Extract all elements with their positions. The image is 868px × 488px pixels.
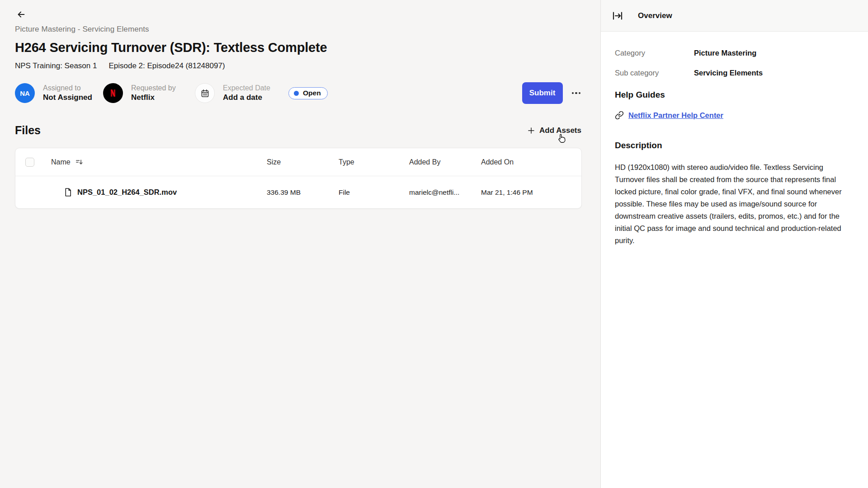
column-header-added-on[interactable]: Added On <box>481 158 581 166</box>
file-name[interactable]: NPS_01_02_H264_SDR.mov <box>77 188 177 197</box>
status-pill[interactable]: Open <box>288 87 328 99</box>
file-type: File <box>339 188 409 197</box>
files-table: Name Size Type Added By Added On <box>15 148 582 209</box>
category-label: Category <box>615 49 694 57</box>
files-table-header: Name Size Type Added By Added On <box>15 148 581 176</box>
column-header-added-by[interactable]: Added By <box>409 158 481 166</box>
description-heading: Description <box>615 141 854 150</box>
sidebar-title: Overview <box>638 11 672 20</box>
calendar-icon <box>195 83 215 103</box>
subtitle-show: NPS Training: Season 1 <box>15 61 97 70</box>
expected-date-label: Expected Date <box>223 84 270 92</box>
help-guides-heading: Help Guides <box>615 90 854 100</box>
file-added-by: marielc@netfli... <box>409 188 481 197</box>
more-options-icon <box>575 92 577 94</box>
sort-descending-icon[interactable] <box>75 158 84 166</box>
category-field: Category Picture Mastering <box>615 49 854 57</box>
plus-icon <box>527 127 535 135</box>
sidebar-header: Overview <box>601 0 868 32</box>
sub-category-value: Servicing Elements <box>694 69 763 77</box>
status-dot <box>294 91 299 96</box>
sub-category-label: Sub category <box>615 69 694 77</box>
netflix-logo-icon <box>103 83 123 103</box>
avatar-initials: NA <box>20 89 30 97</box>
more-options-icon <box>572 92 574 94</box>
file-icon <box>64 188 72 197</box>
file-size: 336.39 MB <box>267 188 339 197</box>
add-assets-button[interactable]: Add Assets <box>526 124 582 137</box>
add-assets-label: Add Assets <box>539 126 581 135</box>
category-value: Picture Mastering <box>694 49 756 57</box>
breadcrumb: Picture Mastering - Servicing Elements <box>15 25 582 34</box>
file-added-on: Mar 21, 1:46 PM <box>481 188 581 197</box>
requested-by-field: Requested by Netflix <box>103 83 195 103</box>
requested-by-label: Requested by <box>131 84 176 92</box>
back-arrow-icon <box>16 9 26 19</box>
subtitle-episode: Episode 2: Episode24 (81248097) <box>108 61 225 70</box>
assigned-to-label: Assigned to <box>43 84 92 92</box>
sub-category-field: Sub category Servicing Elements <box>615 69 854 77</box>
meta-row: NA Assigned to Not Assigned Requested by <box>15 82 582 104</box>
expected-date-value[interactable]: Add a date <box>223 93 270 102</box>
more-options-icon <box>579 92 581 94</box>
avatar: NA <box>15 83 35 103</box>
more-options-button[interactable] <box>570 89 583 98</box>
column-header-size[interactable]: Size <box>267 158 339 166</box>
column-header-name[interactable]: Name <box>51 158 71 166</box>
column-header-type[interactable]: Type <box>339 158 409 166</box>
submit-button[interactable]: Submit <box>522 82 563 104</box>
help-center-link[interactable]: Netflix Partner Help Center <box>628 111 723 120</box>
description-text: HD (868x488) with stereo audio/video f… <box>615 161 853 247</box>
back-button[interactable] <box>15 8 28 21</box>
link-chain-icon <box>615 111 624 120</box>
page-title: H264 Servicing Turnover (SDR): Textless … <box>15 40 582 55</box>
assigned-to-value: Not Assigned <box>43 93 92 102</box>
expected-date-field[interactable]: Expected Date Add a date <box>195 83 288 103</box>
select-all-checkbox[interactable] <box>25 158 34 167</box>
table-row[interactable]: NPS_01_02_H264_SDR.mov 336.39 MB File ma… <box>15 176 581 208</box>
assigned-to-field[interactable]: NA Assigned to Not Assigned <box>15 83 103 103</box>
collapse-panel-button[interactable] <box>610 9 625 23</box>
overview-sidebar: Overview Category Picture Mastering Sub … <box>601 0 868 488</box>
page-subtitle: NPS Training: Season 1 Episode 2: Episod… <box>15 61 582 70</box>
main-panel: Picture Mastering - Servicing Elements H… <box>0 0 601 488</box>
requested-by-value: Netflix <box>131 93 176 102</box>
status-label: Open <box>303 89 321 97</box>
panel-collapse-icon <box>612 10 623 21</box>
files-heading: Files <box>15 124 41 137</box>
